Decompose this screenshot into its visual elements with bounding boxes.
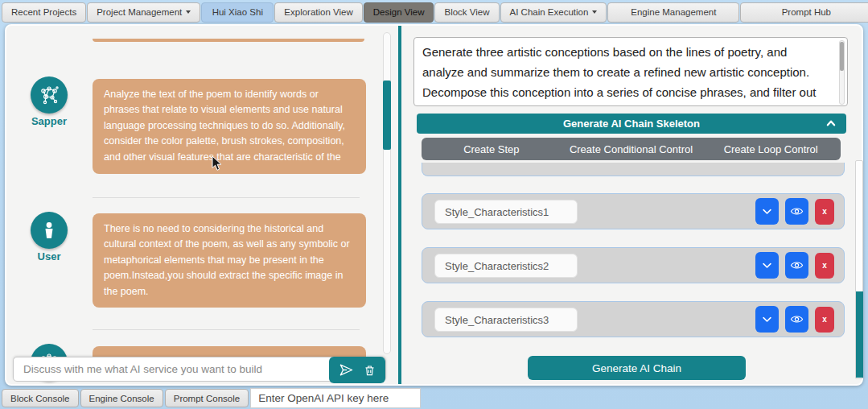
- delete-step-button[interactable]: x: [815, 199, 834, 225]
- chat-input-bar: [13, 357, 386, 382]
- tab-label: Block View: [444, 7, 489, 17]
- user-avatar: [31, 212, 68, 249]
- panel-divider: [398, 26, 401, 384]
- engine-console-button[interactable]: Engine Console: [80, 389, 163, 407]
- chevron-down-icon: [761, 313, 773, 325]
- tab-exploration-view[interactable]: Exploration View: [274, 2, 362, 23]
- eye-icon: [790, 204, 804, 218]
- create-step-button[interactable]: Create Step: [422, 143, 562, 155]
- chat-panel: Sapper Analyze the text of the poem to i…: [6, 26, 398, 384]
- chat-scrollbar-thumb[interactable]: [383, 81, 391, 150]
- send-icon[interactable]: [339, 362, 354, 378]
- chat-action-group: [329, 357, 385, 383]
- openai-api-key-input[interactable]: [250, 388, 421, 408]
- header-label: Generate AI Chain Skeleton: [563, 118, 700, 130]
- delete-step-button[interactable]: x: [815, 307, 834, 333]
- tab-design-view[interactable]: Design View: [364, 2, 434, 23]
- step-toolbar: Create Step Create Conditional Control C…: [422, 138, 841, 160]
- user-label: User: [21, 250, 77, 262]
- view-step-button[interactable]: [785, 198, 808, 225]
- step-row: x: [422, 301, 845, 337]
- engine-management-button[interactable]: Engine Management: [607, 2, 739, 23]
- chevron-down-icon: [761, 259, 773, 271]
- sapper-avatar: [31, 76, 68, 114]
- view-step-button[interactable]: [785, 306, 808, 333]
- view-step-button[interactable]: [785, 252, 808, 279]
- delete-step-button[interactable]: x: [815, 253, 834, 279]
- tab-hui-xiao-shi[interactable]: Hui Xiao Shi: [201, 2, 274, 23]
- tab-project-management[interactable]: Project Management: [87, 2, 200, 23]
- previous-message-edge: [93, 39, 364, 42]
- tab-ai-chain-execution[interactable]: AI Chain Execution: [500, 2, 607, 23]
- step-row-buttons: x: [755, 198, 834, 225]
- button-label: Engine Management: [631, 7, 716, 17]
- button-label: Prompt Hub: [782, 7, 831, 17]
- generate-ai-chain-button[interactable]: Generate AI Chain: [528, 356, 746, 380]
- tab-recent-projects[interactable]: Recent Projects: [2, 2, 86, 23]
- prompt-console-button[interactable]: Prompt Console: [165, 389, 249, 407]
- eye-icon: [790, 312, 804, 326]
- expand-step-button[interactable]: [755, 306, 779, 333]
- tab-label: Design View: [373, 7, 425, 17]
- tab-label: Hui Xiao Shi: [212, 7, 263, 17]
- prompt-box: [413, 37, 848, 106]
- create-loop-control-button[interactable]: Create Loop Control: [701, 143, 841, 155]
- sapper-message-bubble: Analyze the text of the poem to identify…: [93, 79, 366, 174]
- step-name-input[interactable]: [434, 200, 578, 224]
- close-icon: x: [822, 261, 827, 270]
- step-row: x: [422, 193, 845, 229]
- step-row-buttons: x: [755, 252, 834, 279]
- caret-down-icon: [592, 10, 597, 14]
- tab-label: Exploration View: [284, 7, 352, 17]
- message-divider: [93, 329, 360, 330]
- step-row-partial: [422, 163, 845, 176]
- generate-skeleton-header[interactable]: Generate AI Chain Skeleton: [417, 114, 846, 134]
- caret-down-icon: [186, 10, 191, 14]
- user-message-bubble: There is no need to considering the hist…: [93, 213, 366, 308]
- design-panel: Generate AI Chain Skeleton Create Step C…: [404, 26, 862, 384]
- close-icon: x: [822, 315, 827, 324]
- person-icon: [35, 217, 63, 244]
- step-row-buttons: x: [755, 306, 834, 333]
- bottom-bar: Block Console Engine Console Prompt Cons…: [0, 387, 868, 409]
- chevron-down-icon: [761, 205, 773, 217]
- step-list-scrollbar-thumb[interactable]: [856, 291, 863, 378]
- tab-label: Project Management: [97, 7, 182, 17]
- block-console-button[interactable]: Block Console: [2, 389, 79, 407]
- message-divider: [93, 197, 360, 198]
- tab-label: AI Chain Execution: [510, 7, 589, 17]
- create-conditional-control-button[interactable]: Create Conditional Control: [562, 143, 701, 155]
- step-row: x: [422, 247, 845, 283]
- expand-step-button[interactable]: [755, 198, 779, 225]
- tab-label: Recent Projects: [11, 7, 76, 17]
- network-icon: [35, 81, 63, 109]
- prompt-scrollbar-thumb[interactable]: [840, 42, 844, 71]
- sapper-label: Sapper: [21, 115, 77, 127]
- prompt-hub-button[interactable]: Prompt Hub: [740, 2, 868, 23]
- tab-block-view[interactable]: Block View: [434, 2, 499, 23]
- step-name-input[interactable]: [434, 308, 578, 332]
- main-container: Sapper Analyze the text of the poem to i…: [5, 24, 863, 386]
- step-name-input[interactable]: [434, 254, 578, 278]
- top-nav-bar: Recent Projects Project Management Hui X…: [0, 0, 868, 24]
- trash-icon[interactable]: [364, 364, 376, 377]
- prompt-textarea[interactable]: [414, 38, 836, 105]
- chevron-up-icon[interactable]: [825, 118, 837, 129]
- eye-icon: [790, 258, 804, 272]
- close-icon: x: [822, 207, 827, 216]
- expand-step-button[interactable]: [755, 252, 779, 279]
